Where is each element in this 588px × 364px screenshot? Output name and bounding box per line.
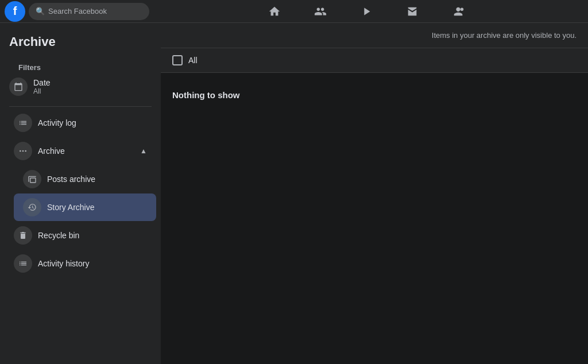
sidebar-item-activity-history[interactable]: Activity history — [5, 250, 156, 277]
recycle-bin-icon — [14, 226, 32, 245]
nothing-to-show: Nothing to show — [161, 73, 588, 117]
groups-nav-button[interactable] — [435, 1, 481, 22]
archive-notice: Items in your archive are only visible t… — [161, 23, 588, 48]
layout: Archive Filters Date All Activity log — [0, 23, 588, 364]
sidebar-title: Archive — [0, 30, 161, 52]
sidebar-item-posts-archive[interactable]: Posts archive — [14, 165, 156, 193]
search-icon: 🔍 — [36, 7, 45, 16]
story-archive-label: Story Archive — [47, 203, 94, 212]
sidebar-item-activity-log[interactable]: Activity log — [5, 109, 156, 137]
recycle-bin-label: Recycle bin — [38, 231, 79, 240]
archive-chevron-icon: ▲ — [140, 147, 147, 155]
archive-header[interactable]: Archive ▲ — [5, 137, 156, 165]
facebook-logo[interactable]: f — [5, 1, 25, 22]
select-all-checkbox[interactable] — [172, 55, 183, 65]
friends-nav-button[interactable] — [297, 1, 343, 22]
activity-history-icon — [14, 254, 32, 273]
all-label: All — [188, 56, 198, 65]
story-archive-icon — [23, 198, 41, 216]
calendar-icon — [9, 78, 28, 96]
archive-group: Archive ▲ Posts archive Story Archive — [0, 137, 161, 221]
sidebar: Archive Filters Date All Activity log — [0, 23, 161, 364]
archive-icon — [14, 142, 32, 160]
sidebar-item-story-archive[interactable]: Story Archive — [14, 193, 156, 221]
svg-point-0 — [461, 7, 464, 10]
archive-subitems: Posts archive Story Archive — [9, 165, 161, 221]
watch-nav-button[interactable] — [343, 1, 389, 22]
activity-history-label: Activity history — [38, 259, 89, 268]
date-label: Date — [33, 78, 51, 87]
posts-archive-icon — [23, 170, 41, 188]
marketplace-nav-button[interactable] — [389, 1, 435, 22]
filters-section: Filters Date All — [0, 52, 161, 104]
sidebar-item-recycle-bin[interactable]: Recycle bin — [5, 222, 156, 249]
activity-log-label: Activity log — [38, 118, 76, 127]
nav-center — [149, 1, 583, 22]
posts-archive-label: Posts archive — [47, 175, 95, 184]
divider-1 — [9, 106, 152, 107]
svg-point-3 — [25, 150, 26, 152]
main-content: Items in your archive are only visible t… — [161, 23, 588, 364]
svg-point-2 — [22, 150, 24, 152]
activity-log-icon — [14, 114, 32, 132]
date-filter[interactable]: Date All — [9, 74, 152, 99]
filter-bar: All — [161, 48, 588, 73]
home-nav-button[interactable] — [252, 1, 297, 22]
search-input[interactable] — [48, 7, 140, 16]
topnav: f 🔍 — [0, 0, 588, 23]
search-bar[interactable]: 🔍 — [29, 3, 149, 20]
filters-label: Filters — [9, 56, 152, 74]
svg-point-1 — [20, 150, 21, 152]
date-sublabel: All — [33, 87, 51, 95]
archive-label: Archive — [38, 146, 65, 156]
